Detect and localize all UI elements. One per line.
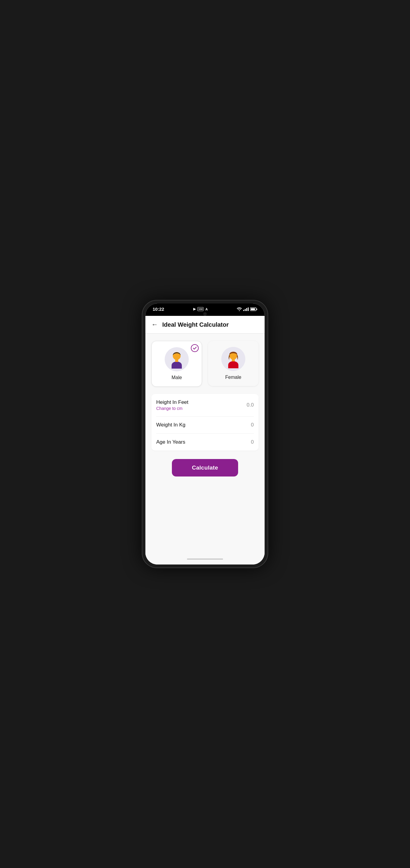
weight-label: Weight In Kg	[156, 422, 185, 428]
calculate-button[interactable]: Calculate	[172, 459, 238, 476]
age-label-group: Age In Years	[156, 439, 185, 445]
age-row[interactable]: Age In Years 0	[156, 434, 254, 451]
wifi-icon	[237, 307, 242, 311]
home-bar-line	[187, 558, 223, 560]
male-avatar-circle	[165, 347, 189, 371]
nav-bar: ← Ideal Weight Calculator	[145, 316, 265, 334]
height-label-group: Height In Feet Change to cm	[156, 399, 189, 411]
battery-icon	[250, 307, 258, 311]
change-to-cm-link[interactable]: Change to cm	[156, 406, 189, 411]
gender-card-male[interactable]: Male	[151, 341, 202, 387]
gender-section: Male	[151, 341, 259, 387]
a-icon: A	[205, 307, 208, 311]
sim-icon: SIM	[198, 307, 204, 311]
phone-frame: 10:22 ▶ SIM A	[142, 300, 268, 568]
weight-row[interactable]: Weight In Kg 0	[156, 416, 254, 434]
svg-rect-6	[232, 359, 235, 361]
page-title: Ideal Weight Calculator	[162, 321, 229, 328]
status-time: 10:22	[152, 307, 164, 312]
svg-rect-1	[251, 308, 255, 310]
signal-icon	[243, 307, 249, 311]
height-value: 0.0	[246, 402, 254, 408]
input-section: Height In Feet Change to cm 0.0 Weight I…	[151, 394, 259, 451]
male-avatar-svg	[167, 350, 186, 369]
female-avatar-circle	[221, 347, 245, 371]
male-label: Male	[172, 375, 182, 380]
height-row[interactable]: Height In Feet Change to cm 0.0	[156, 394, 254, 416]
weight-value: 0	[251, 422, 254, 428]
weight-label-group: Weight In Kg	[156, 422, 185, 428]
age-label: Age In Years	[156, 439, 185, 445]
svg-rect-4	[175, 360, 178, 362]
female-label: Female	[225, 375, 241, 380]
main-content: Male	[145, 334, 265, 555]
phone-screen: 10:22 ▶ SIM A	[145, 304, 265, 564]
gender-card-female[interactable]: Female	[208, 341, 259, 386]
camera-dot	[203, 312, 207, 316]
height-label: Height In Feet	[156, 399, 189, 405]
svg-rect-2	[257, 309, 258, 310]
check-badge-male	[191, 344, 199, 352]
home-bar	[145, 555, 265, 564]
checkmark-icon	[193, 346, 197, 350]
back-button[interactable]: ←	[151, 321, 158, 329]
age-value: 0	[251, 439, 254, 445]
play-icon: ▶	[193, 307, 196, 311]
female-avatar-svg	[224, 350, 243, 368]
status-icons	[237, 307, 258, 311]
app-content: ← Ideal Weight Calculator	[145, 316, 265, 564]
camera-bar	[145, 313, 265, 316]
